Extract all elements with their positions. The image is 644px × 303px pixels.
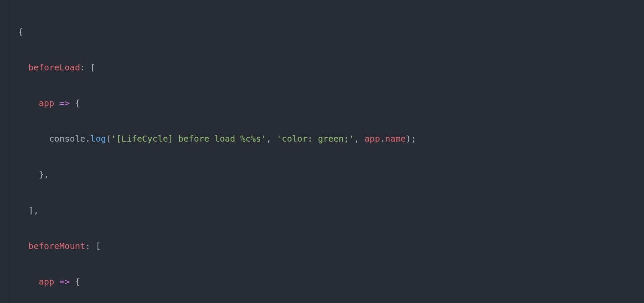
code-line: beforeMount: [ xyxy=(4,237,644,255)
bracket-open: [ xyxy=(96,241,101,251)
brace-open: { xyxy=(18,27,23,37)
string-literal: '[LifeCycle] before load %c%s' xyxy=(111,133,266,144)
bracket-close: ] xyxy=(28,205,33,215)
brace-open: { xyxy=(75,276,80,287)
code-line: beforeLoad: [ xyxy=(4,59,644,77)
comma: , xyxy=(266,133,271,144)
code-line: console.log('[LifeCycle] before load %c%… xyxy=(4,130,644,148)
code-line: app => { xyxy=(4,94,644,112)
code-editor: { beforeLoad: [ app => { console.log('[L… xyxy=(0,5,644,303)
param: app xyxy=(39,98,54,108)
param: app xyxy=(39,276,54,287)
property-name: name xyxy=(385,133,406,144)
bracket-open: [ xyxy=(91,62,96,73)
arrow: => xyxy=(59,276,70,287)
paren-close: ) xyxy=(406,133,411,144)
brace-close: } xyxy=(39,169,44,179)
semicolon: ; xyxy=(411,133,416,144)
dot: . xyxy=(380,133,385,144)
colon: : xyxy=(85,241,91,251)
paren-open: ( xyxy=(106,133,111,144)
arrow: => xyxy=(59,98,70,108)
colon: : xyxy=(80,62,85,73)
code-line: ], xyxy=(4,202,644,220)
comma: , xyxy=(33,205,39,215)
identifier-app: app xyxy=(365,133,380,144)
comma: , xyxy=(44,169,49,179)
object-key: beforeLoad xyxy=(28,62,80,73)
dot: . xyxy=(85,133,91,144)
brace-open: { xyxy=(75,98,80,108)
code-line: app => { xyxy=(4,273,644,291)
code-line: { xyxy=(4,23,644,41)
object-key: beforeMount xyxy=(28,241,85,251)
console-object: console xyxy=(49,133,85,144)
comma: , xyxy=(354,133,359,144)
method-log: log xyxy=(91,133,106,144)
code-line: }, xyxy=(4,166,644,184)
string-literal: 'color: green;' xyxy=(276,133,354,144)
